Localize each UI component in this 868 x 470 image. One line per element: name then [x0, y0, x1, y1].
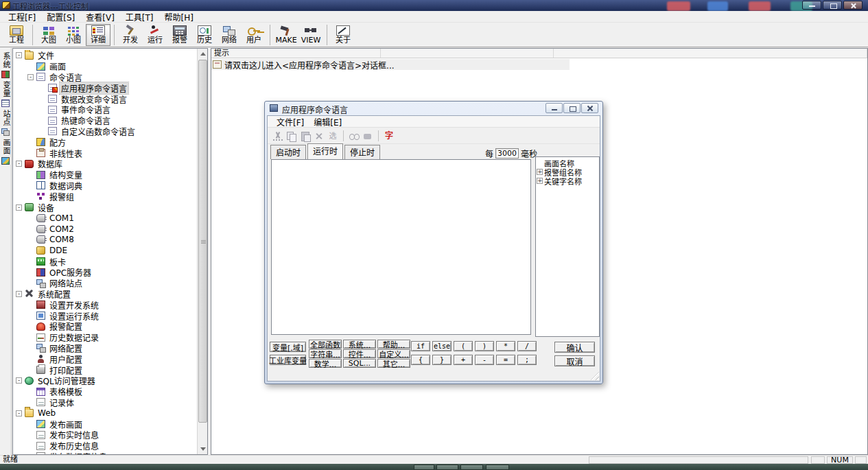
tree-expander-icon[interactable] [39, 106, 45, 113]
tree-item[interactable]: - 设备 [14, 202, 196, 213]
menu-item[interactable]: 帮助[H] [159, 10, 199, 23]
tree-expander-icon[interactable]: - [16, 52, 22, 58]
close-button[interactable] [843, 1, 863, 10]
toolbar-button[interactable]: 历史 [192, 24, 217, 46]
tree-item[interactable]: 表格模板 [14, 386, 196, 397]
function-button[interactable]: 自定义... [377, 349, 410, 358]
side-tab[interactable]: 画面 [0, 137, 11, 166]
dialog-maximize-button[interactable] [563, 103, 580, 113]
tree-item[interactable]: 设置运行系统 [14, 310, 196, 321]
dialog-menu-item[interactable]: 编辑[E] [309, 115, 347, 128]
minimize-button[interactable] [802, 1, 821, 10]
toolbar-button[interactable]: 小图 [61, 24, 86, 46]
tree-expander-icon[interactable] [39, 96, 45, 102]
windows-taskbar[interactable] [0, 464, 868, 470]
tree-expander-icon[interactable] [27, 269, 34, 275]
tree-expander-icon[interactable] [27, 399, 34, 406]
menu-item[interactable]: 配置[S] [41, 10, 80, 23]
cancel-button[interactable]: 取消 [554, 355, 595, 366]
tree-expander-icon[interactable] [27, 193, 34, 200]
function-button[interactable]: SQL... [343, 359, 376, 368]
tree-expander-icon[interactable] [27, 63, 34, 69]
side-tree-expander-icon[interactable]: + [537, 178, 543, 184]
tree-expander-icon[interactable] [27, 454, 34, 454]
toolbar-button[interactable]: 运行 [143, 24, 167, 46]
tree-expander-icon[interactable] [27, 183, 34, 189]
tree-item[interactable]: 网络配置 [14, 343, 196, 354]
scroll-up-arrow-icon[interactable] [198, 49, 208, 59]
tree-expander-icon[interactable] [27, 323, 34, 329]
tree-item[interactable]: 发布画面 [14, 419, 196, 430]
operator-button[interactable]: } [432, 355, 451, 365]
tree-item[interactable]: - 系统配置 [14, 289, 196, 300]
tree-expander-icon[interactable] [27, 345, 34, 351]
tree-item[interactable]: 用户配置 [14, 353, 196, 364]
side-tree-item[interactable]: + 关键字名称 [537, 176, 598, 185]
tree-item[interactable]: 应用程序命令语言 [14, 82, 196, 93]
tree-item[interactable]: 网络站点 [14, 278, 196, 289]
dialog-titlebar[interactable]: 应用程序命令语言 [265, 102, 602, 115]
tree-item[interactable]: 热键命令语言 [14, 115, 196, 126]
menu-item[interactable]: 工具[T] [120, 10, 159, 23]
scrollbar-thumb[interactable] [198, 60, 207, 423]
tree-item[interactable]: 发布历史信息 [14, 440, 196, 451]
dialog-tab[interactable]: 停止时 [344, 145, 380, 159]
side-tab[interactable]: 站点 [0, 108, 11, 137]
tree-expander-icon[interactable]: - [16, 410, 22, 416]
operator-button[interactable]: + [454, 355, 473, 365]
toolbar-button[interactable]: 网络 [217, 24, 242, 46]
hint-row[interactable]: 请双击这儿进入<应用程序命令语言>对话框... [211, 59, 570, 70]
tree-expander-icon[interactable] [27, 248, 34, 254]
taskbar-button[interactable] [414, 465, 434, 470]
function-button[interactable]: 系统... [343, 340, 376, 349]
tree-expander-icon[interactable] [27, 432, 34, 438]
tree-item[interactable]: 画面 [14, 61, 196, 72]
operator-button[interactable]: * [496, 341, 515, 351]
side-tree-expander-icon[interactable] [537, 160, 543, 166]
restore-button[interactable] [823, 1, 842, 10]
toolbar-button[interactable]: 大图 [36, 24, 61, 46]
dialog-toolbar-icon[interactable]: 字 [384, 132, 394, 141]
tree-expander-icon[interactable] [27, 280, 34, 286]
script-editor[interactable] [271, 159, 531, 335]
dialog-toolbar-icon[interactable] [349, 132, 359, 141]
tree-item[interactable]: - 数据库 [14, 158, 196, 169]
tree-item[interactable]: 板卡 [14, 256, 196, 267]
tree-item[interactable]: 数据词典 [14, 180, 196, 191]
menu-item[interactable]: 工程[F] [3, 10, 41, 23]
tree-item[interactable]: 历史数据记录 [14, 332, 196, 343]
tree-expander-icon[interactable] [27, 172, 34, 178]
tree-expander-icon[interactable] [27, 226, 34, 232]
column-header[interactable] [381, 49, 554, 58]
tree-expander-icon[interactable]: - [16, 291, 22, 297]
menu-item[interactable]: 查看[V] [80, 10, 120, 23]
toolbar-button[interactable]: 报警 [167, 24, 192, 46]
function-button[interactable]: 字符串... [309, 349, 342, 358]
tree-item[interactable]: 数据改变命令语言 [14, 93, 196, 104]
tree-item[interactable]: - SQL访问管理器 [14, 375, 196, 386]
tree-item[interactable]: COM8 [14, 235, 196, 246]
toolbar-button[interactable]: 关于 [331, 24, 355, 46]
dialog-minimize-button[interactable] [546, 103, 563, 113]
function-button[interactable]: 其它... [377, 359, 410, 368]
tree-item[interactable]: COM2 [14, 224, 196, 235]
dialog-close-button[interactable] [581, 103, 598, 113]
taskbar-button[interactable] [486, 465, 509, 470]
tree-item[interactable]: 发布实时信息 [14, 430, 196, 440]
operator-button[interactable]: ; [517, 355, 537, 365]
industry-lib-variable-button[interactable]: 工业库变量 [270, 355, 306, 365]
column-header[interactable]: 提示 [211, 49, 381, 58]
tree-item[interactable]: - 命令语言 [14, 72, 196, 83]
toolbar-button[interactable]: 工程 [4, 24, 29, 46]
dialog-toolbar-icon[interactable] [273, 132, 283, 141]
tree-expander-icon[interactable] [39, 117, 45, 124]
tree-expander-icon[interactable]: - [16, 161, 22, 167]
tree-item[interactable]: - Web [14, 408, 196, 419]
resize-grip[interactable] [591, 372, 599, 380]
toolbar-button[interactable]: 详细 [86, 24, 110, 46]
dialog-toolbar-icon[interactable] [301, 132, 310, 141]
side-tree-expander-icon[interactable]: + [537, 169, 543, 175]
column-header[interactable] [554, 49, 867, 58]
tree-item[interactable]: 发布数据库信息 [14, 451, 196, 454]
tree-expander-icon[interactable] [27, 313, 34, 319]
